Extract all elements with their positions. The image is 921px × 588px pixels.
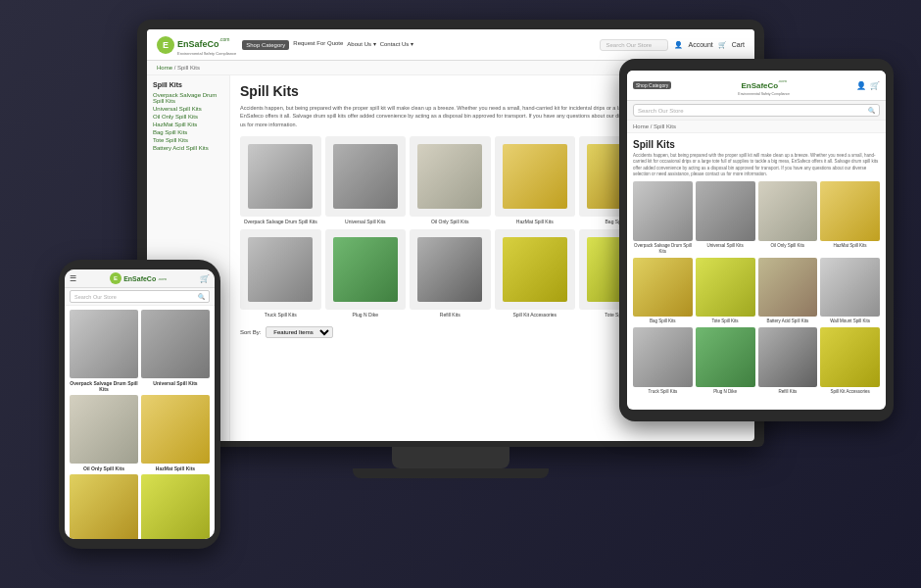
desktop-product-item[interactable]: Overpack Salvage Drum Spill Kits xyxy=(240,136,321,225)
desktop-product-item[interactable]: Spill Kit Accessories xyxy=(495,229,576,318)
product-image xyxy=(410,229,491,311)
phone-search-input[interactable]: Search Our Store 🔍 xyxy=(70,290,210,303)
tablet-product-image xyxy=(758,327,818,387)
tablet-header: Shop Category EnSafeCo.com Environmental… xyxy=(627,71,886,101)
tablet-product-label: Oil Only Spill Kits xyxy=(758,243,818,249)
sidebar-item-battery[interactable]: Battery Acid Spill Kits xyxy=(153,145,223,151)
tablet-screen: Shop Category EnSafeCo.com Environmental… xyxy=(627,71,886,410)
desktop-product-item[interactable]: Refill Kits xyxy=(410,229,491,318)
desktop-header-icons: 👤 Account 🛒 Cart xyxy=(674,41,745,49)
tablet-account-icon: 👤 xyxy=(856,81,866,90)
product-thumbnail xyxy=(417,144,482,209)
desktop-product-item[interactable]: Oil Only Spill Kits xyxy=(410,136,491,225)
cart-icon: 🛒 xyxy=(718,41,727,49)
tablet-product-label: Refill Kits xyxy=(758,389,818,395)
phone-search-icon: 🔍 xyxy=(198,293,205,300)
tablet-product-item[interactable]: Plug N Dike xyxy=(696,327,755,395)
phone-product-item[interactable]: Overpack Salvage Drum Spill Kits xyxy=(70,310,138,392)
sort-select[interactable]: Featured Items xyxy=(266,326,333,338)
desktop-logo: E EnSafeCo.com Environmental Safety Comp… xyxy=(157,33,236,56)
sidebar-title: Spill Kits xyxy=(153,81,223,88)
sidebar-item-bag[interactable]: Bag Spill Kits xyxy=(153,129,223,135)
tablet-product-item[interactable]: HazMat Spill Kits xyxy=(820,181,880,254)
tablet-shop-category[interactable]: Shop Category xyxy=(633,81,671,89)
product-thumbnail xyxy=(503,237,567,302)
phone-screen: ☰ E EnSafeCo.com 🛒 Search Our Store 🔍 Ov… xyxy=(65,270,215,539)
tablet-product-item[interactable]: Tote Spill Kits xyxy=(696,258,755,325)
phone-header: ☰ E EnSafeCo.com 🛒 xyxy=(65,270,215,288)
tablet-product-label: Spill Kit Accessories xyxy=(820,389,880,395)
phone-product-item[interactable]: Tote Spill Kits xyxy=(141,474,210,539)
tablet-product-item[interactable]: Refill Kits xyxy=(758,327,818,395)
phone-product-item[interactable]: Universal Spill Kits xyxy=(141,310,210,392)
tablet-product-item[interactable]: Bag Spill Kits xyxy=(633,258,693,325)
tablet-device: Shop Category EnSafeCo.com Environmental… xyxy=(619,59,894,421)
desktop-search-input[interactable]: Search Our Store xyxy=(600,39,668,51)
product-thumbnail xyxy=(248,144,313,209)
phone-product-item[interactable]: HazMat Spill Kits xyxy=(141,395,210,471)
nav-about[interactable]: About Us ▾ xyxy=(347,40,375,50)
logo-text: EnSafeCo.com Environmental Safety Compli… xyxy=(177,33,236,56)
tablet-product-image xyxy=(820,327,880,387)
tablet-product-item[interactable]: Spill Kit Accessories xyxy=(820,327,880,395)
product-image xyxy=(325,136,407,218)
desktop-product-item[interactable]: Universal Spill Kits xyxy=(325,136,407,225)
product-label: Oil Only Spill Kits xyxy=(410,219,491,225)
tablet-product-image xyxy=(633,327,693,387)
tablet-search-input[interactable]: Search Our Store 🔍 xyxy=(633,104,880,117)
tablet-product-image xyxy=(633,258,693,318)
tablet-product-label: Plug N Dike xyxy=(696,389,755,395)
tablet-product-item[interactable]: Universal Spill Kits xyxy=(696,181,755,254)
tablet-product-image xyxy=(633,181,693,241)
product-label: Plug N Dike xyxy=(325,312,407,318)
phone-menu-icon[interactable]: ☰ xyxy=(70,274,76,283)
desktop-site-header: E EnSafeCo.com Environmental Safety Comp… xyxy=(147,29,754,61)
product-image xyxy=(325,229,407,311)
product-thumbnail xyxy=(333,144,398,209)
sidebar-item-oilonly[interactable]: Oil Only Spill Kits xyxy=(153,114,223,120)
sort-label: Sort By: xyxy=(240,329,261,335)
phone-cart-icon[interactable]: 🛒 xyxy=(200,274,210,283)
nav-request-quote[interactable]: Request For Quote xyxy=(293,40,343,50)
product-label: Refill Kits xyxy=(410,312,491,318)
desktop-product-item[interactable]: Plug N Dike xyxy=(325,229,407,318)
product-label: Truck Spill Kits xyxy=(240,312,321,318)
desktop-product-item[interactable]: HazMat Spill Kits xyxy=(495,136,576,225)
product-label: Spill Kit Accessories xyxy=(495,312,576,318)
product-thumbnail xyxy=(417,237,482,302)
phone-logo: E EnSafeCo.com xyxy=(79,272,197,284)
tablet-product-grid: Overpack Salvage Drum Spill Kits Univers… xyxy=(633,181,880,395)
tablet-product-item[interactable]: Overpack Salvage Drum Spill Kits xyxy=(633,181,693,254)
breadcrumb-current: Spill Kits xyxy=(177,65,200,71)
phone-product-image xyxy=(70,310,138,378)
desktop-product-item[interactable]: Truck Spill Kits xyxy=(240,229,321,318)
tablet-product-image xyxy=(696,327,755,387)
tablet-page-title: Spill Kits xyxy=(633,139,880,150)
tablet-product-item[interactable]: Battery Acid Spill Kits xyxy=(758,258,818,325)
tablet-breadcrumb: Home / Spill Kits xyxy=(627,121,886,133)
phone-product-image xyxy=(141,474,210,539)
phone-product-item[interactable]: Oil Only Spill Kits xyxy=(70,395,138,471)
sidebar-item-tote[interactable]: Tote Spill Kits xyxy=(153,137,223,143)
nav-contact[interactable]: Contact Us ▾ xyxy=(380,40,413,50)
account-label[interactable]: Account xyxy=(688,41,712,49)
product-image xyxy=(410,136,491,218)
cart-label[interactable]: Cart xyxy=(732,41,745,49)
tablet-product-item[interactable]: Oil Only Spill Kits xyxy=(758,181,818,254)
sidebar-item-hazmat[interactable]: HazMat Spill Kits xyxy=(153,122,223,127)
phone-product-image xyxy=(70,474,138,539)
tablet-product-item[interactable]: Wall Mount Spill Kits xyxy=(820,258,880,325)
product-label: HazMat Spill Kits xyxy=(495,219,576,225)
sidebar-item-overpack[interactable]: Overpack Salvage Drum Spill Kits xyxy=(153,92,223,104)
phone-product-grid: Overpack Salvage Drum Spill Kits Univers… xyxy=(65,306,215,539)
sidebar-item-universal[interactable]: Universal Spill Kits xyxy=(153,106,223,112)
tablet-product-item[interactable]: Truck Spill Kits xyxy=(633,327,693,395)
nav-shop-category[interactable]: Shop Category xyxy=(242,40,289,50)
tablet-breadcrumb-home[interactable]: Home xyxy=(633,123,649,129)
product-thumbnail xyxy=(248,237,313,302)
tablet-product-label: HazMat Spill Kits xyxy=(820,243,880,249)
account-icon: 👤 xyxy=(674,41,683,49)
tablet-logo: EnSafeCo.com Environmental Safety Compli… xyxy=(675,74,852,96)
breadcrumb-home[interactable]: Home xyxy=(157,65,172,71)
phone-product-item[interactable]: Bag Spill Kits xyxy=(70,474,138,539)
